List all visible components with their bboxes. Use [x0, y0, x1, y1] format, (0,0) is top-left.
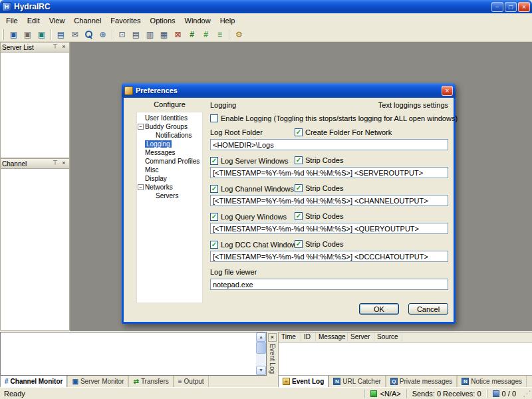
- server-list-panel-body[interactable]: [0, 53, 70, 158]
- create-folder-checkbox[interactable]: ✓ Create Folder For Network: [295, 128, 392, 136]
- menu-favorites[interactable]: Favorites: [106, 15, 145, 27]
- toolbar-gripper[interactable]: [2, 29, 4, 40]
- menu-view[interactable]: View: [45, 15, 70, 27]
- dialog-close-button[interactable]: ×: [442, 86, 453, 96]
- server-log-format-input[interactable]: [210, 167, 448, 178]
- expand-icon[interactable]: −: [138, 184, 144, 190]
- channel-list-icon[interactable]: ≡: [213, 29, 226, 41]
- channel-monitor-view[interactable]: ▲ ▼: [0, 332, 267, 376]
- menu-channel[interactable]: Channel: [69, 15, 106, 27]
- log-root-folder-input[interactable]: [210, 139, 448, 150]
- message-window-icon[interactable]: ✉: [68, 29, 81, 41]
- tab-url-catcher[interactable]: N URL Catcher: [329, 376, 385, 388]
- tab-output[interactable]: ≡ Output: [174, 376, 209, 388]
- tree-item-misc[interactable]: Misc: [137, 166, 202, 174]
- preferences-dialog: Preferences × Configure User Identities …: [122, 83, 456, 324]
- tree-item-notifications[interactable]: Notifications: [137, 131, 202, 140]
- part-channel-icon[interactable]: #: [200, 29, 212, 41]
- connect-icon[interactable]: ▣: [7, 29, 20, 41]
- vertical-scrollbar[interactable]: ▲ ▼: [256, 332, 266, 375]
- panel-close-icon[interactable]: ×: [60, 43, 68, 51]
- strip-codes-channel-checkbox[interactable]: ✓ Strip Codes: [295, 184, 343, 192]
- channel-panel-header: Channel ⊤ ×: [0, 158, 70, 169]
- log-file-viewer-input[interactable]: [210, 279, 448, 290]
- quick-connect-icon[interactable]: ▣: [35, 29, 48, 41]
- enable-logging-checkbox[interactable]: Enable Logging (Toggling this stops/star…: [210, 114, 458, 122]
- menu-edit[interactable]: Edit: [23, 15, 45, 27]
- page-subtitle: Text loggings settings: [378, 101, 448, 109]
- tree-item-networks[interactable]: −Networks: [137, 183, 202, 192]
- menu-file[interactable]: File: [1, 15, 23, 27]
- tree-item-user-identities[interactable]: User Identities: [137, 114, 202, 122]
- column-header-time[interactable]: Time: [279, 332, 301, 342]
- menu-help[interactable]: Help: [215, 15, 240, 27]
- cancel-button[interactable]: Cancel: [408, 303, 448, 315]
- tree-item-command-profiles[interactable]: Command Profiles: [137, 157, 202, 166]
- scrollbar-thumb[interactable]: [256, 342, 266, 354]
- disconnect-icon[interactable]: ▣: [21, 29, 34, 41]
- event-log-vertical-label[interactable]: Event Log: [269, 344, 276, 374]
- tab-server-monitor[interactable]: ▣ Server Monitor: [67, 376, 128, 388]
- strip-codes-query-checkbox[interactable]: ✓ Strip Codes: [295, 212, 343, 220]
- column-header-server[interactable]: Server: [348, 332, 374, 342]
- query-log-format-input[interactable]: [210, 223, 448, 234]
- log-channel-windows-checkbox[interactable]: ✓ Log Channel Windows: [210, 185, 294, 193]
- tab-notice-messages[interactable]: N Notice messages: [457, 376, 527, 388]
- close-all-windows-icon[interactable]: ⊠: [172, 29, 184, 41]
- column-header-message[interactable]: Message: [316, 332, 348, 342]
- menu-window[interactable]: Window: [180, 15, 215, 27]
- dcc-log-format-input[interactable]: [210, 251, 448, 262]
- expand-icon[interactable]: −: [138, 124, 144, 130]
- tile-vertical-icon[interactable]: ▥: [144, 29, 156, 41]
- preferences-icon[interactable]: ⚙: [233, 29, 245, 41]
- join-channel-icon[interactable]: #: [186, 29, 198, 41]
- channel-log-format-input[interactable]: [210, 195, 448, 206]
- dialog-title: Preferences: [136, 86, 442, 94]
- column-header-id[interactable]: ID: [301, 332, 316, 342]
- server-list-panel-title: Server List: [2, 44, 51, 51]
- tab-channel-monitor[interactable]: # Channel Monitor: [0, 376, 67, 388]
- tree-item-buddy-groups[interactable]: −Buddy Groups: [137, 122, 202, 131]
- toolbar: ▣ ▣ ▣ ▤ ✉ ⊕ ⊡ ▤ ▥ ▦ ⊠ # # ≡ ⚙: [0, 27, 532, 42]
- tree-item-servers[interactable]: Servers: [137, 192, 202, 200]
- tile-horizontal-icon[interactable]: ▤: [130, 29, 142, 41]
- tab-event-log[interactable]: ≡ Event Log: [278, 376, 329, 388]
- browser-icon[interactable]: ⊕: [96, 29, 109, 41]
- status-sends-receives: Sends: 0 Receives: 0: [406, 389, 487, 398]
- event-log-view[interactable]: Time ID Message Server Source: [278, 332, 532, 376]
- column-header-source[interactable]: Source: [374, 332, 402, 342]
- menu-bar: File Edit View Channel Favorites Options…: [0, 13, 532, 27]
- bottom-dock: ▲ ▼ # Channel Monitor ▣ Server Monitor ⇄…: [0, 331, 532, 387]
- server-list-window-icon[interactable]: ▤: [55, 29, 67, 41]
- maximize-button[interactable]: □: [505, 2, 517, 12]
- search-icon[interactable]: [82, 29, 95, 41]
- strip-close-icon[interactable]: ×: [268, 333, 277, 342]
- panel-close-icon[interactable]: ×: [60, 160, 68, 168]
- strip-codes-dcc-checkbox[interactable]: ✓ Strip Codes: [295, 240, 343, 248]
- log-query-windows-checkbox[interactable]: ✓ Log Query Windows: [210, 213, 287, 221]
- dialog-icon: [124, 86, 133, 95]
- pin-icon[interactable]: ⊤: [51, 43, 59, 51]
- channel-panel-body[interactable]: [0, 169, 70, 331]
- tree-item-display[interactable]: Display: [137, 174, 202, 183]
- scroll-up-icon[interactable]: ▲: [256, 332, 266, 342]
- minimize-button[interactable]: −: [491, 2, 503, 12]
- strip-codes-server-checkbox[interactable]: ✓ Strip Codes: [295, 156, 343, 164]
- channel-panel-title: Channel: [2, 160, 51, 168]
- resize-grip[interactable]: ⋰: [521, 388, 532, 399]
- tree-item-logging[interactable]: Logging: [137, 140, 202, 148]
- menu-options[interactable]: Options: [146, 15, 180, 27]
- close-button[interactable]: ×: [518, 2, 530, 12]
- tab-private-messages[interactable]: Q Private messages: [386, 376, 457, 388]
- tab-transfers[interactable]: ⇄ Transfers: [128, 376, 173, 388]
- arrange-icons-icon[interactable]: ▦: [158, 29, 170, 41]
- cascade-windows-icon[interactable]: ⊡: [116, 29, 128, 41]
- ok-button[interactable]: OK: [359, 303, 399, 315]
- pin-icon[interactable]: ⊤: [51, 160, 59, 168]
- toolbar-separator: [51, 29, 52, 40]
- log-server-windows-checkbox[interactable]: ✓ Log Server Windows: [210, 157, 289, 165]
- tree-item-messages[interactable]: Messages: [137, 148, 202, 157]
- server-monitor-icon: ▣: [72, 378, 78, 385]
- scroll-down-icon[interactable]: ▼: [256, 366, 266, 375]
- log-dcc-chat-windows-checkbox[interactable]: ✓ Log DCC Chat Windows: [210, 241, 300, 249]
